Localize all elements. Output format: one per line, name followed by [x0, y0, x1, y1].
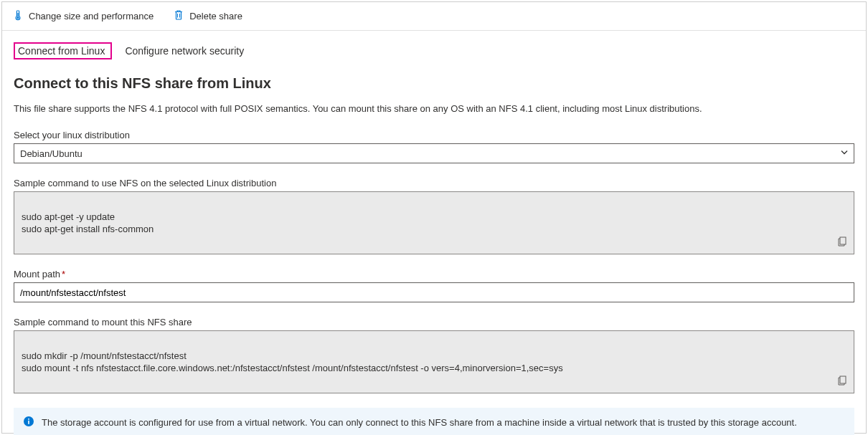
distro-label: Select your linux distribution — [14, 130, 854, 140]
svg-rect-4 — [840, 237, 846, 244]
svg-rect-8 — [28, 419, 29, 420]
main-content: Connect from Linux Configure network sec… — [2, 31, 866, 435]
distro-select[interactable]: Debian/Ubuntu — [14, 143, 854, 163]
install-cmd-box: sudo apt-get -y update sudo apt-get inst… — [14, 191, 854, 254]
mount-path-label-text: Mount path — [14, 269, 60, 279]
svg-rect-5 — [840, 376, 846, 383]
distro-select-value: Debian/Ubuntu — [20, 148, 82, 159]
delete-share-label: Delete share — [189, 11, 242, 21]
copy-icon[interactable] — [838, 363, 848, 388]
info-message-text: The storage account is configured for us… — [42, 417, 797, 428]
install-cmd-label: Sample command to use NFS on the selecte… — [14, 178, 854, 188]
command-bar: Change size and performance Delete share — [2, 2, 866, 31]
tab-bar: Connect from Linux Configure network sec… — [14, 42, 854, 59]
mount-cmd-box: sudo mkdir -p /mount/nfstestacct/nfstest… — [14, 330, 854, 393]
change-size-label: Change size and performance — [29, 11, 154, 21]
tab-configure-network-security[interactable]: Configure network security — [122, 42, 251, 59]
mount-path-label: Mount path* — [14, 269, 854, 279]
info-icon — [23, 416, 34, 429]
required-asterisk: * — [62, 269, 65, 279]
mount-cmd-label: Sample command to mount this NFS share — [14, 317, 854, 328]
thermometer-icon — [13, 9, 23, 23]
mount-path-input[interactable] — [14, 282, 854, 302]
distro-select-wrap: Debian/Ubuntu — [14, 143, 854, 163]
svg-rect-7 — [28, 421, 29, 424]
tab-connect-from-linux[interactable]: Connect from Linux — [14, 42, 112, 59]
mount-cmd-text: sudo mkdir -p /mount/nfstestacct/nfstest… — [22, 350, 563, 374]
copy-icon[interactable] — [838, 224, 848, 249]
install-cmd-text: sudo apt-get -y update sudo apt-get inst… — [22, 211, 154, 235]
page-description: This file share supports the NFS 4.1 pro… — [14, 103, 854, 114]
change-size-button[interactable]: Change size and performance — [13, 9, 154, 23]
trash-icon — [174, 9, 184, 23]
info-message-bar: The storage account is configured for us… — [14, 408, 854, 435]
page-title: Connect to this NFS share from Linux — [14, 75, 854, 92]
nfs-connect-panel: Change size and performance Delete share… — [1, 1, 867, 434]
delete-share-button[interactable]: Delete share — [174, 9, 242, 23]
